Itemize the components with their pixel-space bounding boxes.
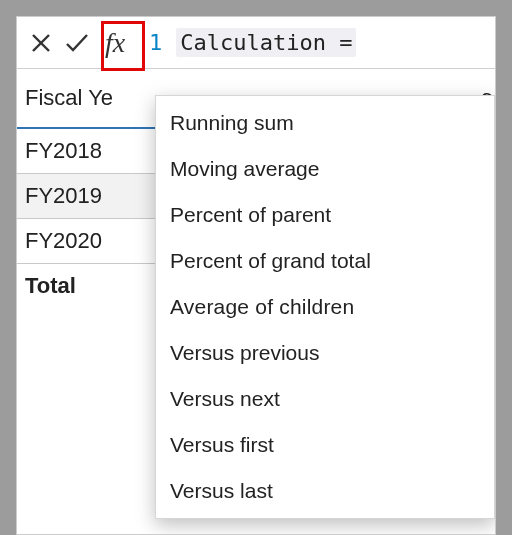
calculation-template-menu: Running sum Moving average Percent of pa…	[155, 95, 495, 519]
menu-item-versus-last[interactable]: Versus last	[156, 468, 494, 514]
cell-fiscal-year: FY2019	[17, 183, 154, 209]
cancel-button[interactable]	[23, 21, 59, 65]
visual-panel: fx 1 Calculation = Fiscal Ye o FY2018 8 …	[16, 16, 496, 535]
formula-bar: fx 1 Calculation =	[17, 17, 495, 69]
fx-icon: fx	[105, 27, 125, 59]
accept-button[interactable]	[59, 21, 95, 65]
cell-fiscal-year: FY2018	[17, 138, 154, 164]
cell-total-label: Total	[17, 273, 154, 299]
menu-item-average-of-children[interactable]: Average of children	[156, 284, 494, 330]
menu-item-running-sum[interactable]: Running sum	[156, 100, 494, 146]
menu-item-versus-previous[interactable]: Versus previous	[156, 330, 494, 376]
menu-item-percent-of-parent[interactable]: Percent of parent	[156, 192, 494, 238]
menu-item-percent-of-grand-total[interactable]: Percent of grand total	[156, 238, 494, 284]
check-icon	[64, 32, 90, 54]
column-header-fiscal-year[interactable]: Fiscal Ye	[17, 85, 154, 111]
menu-item-moving-average[interactable]: Moving average	[156, 146, 494, 192]
formula-input[interactable]: Calculation =	[176, 28, 356, 57]
close-icon	[30, 32, 52, 54]
fx-button[interactable]: fx	[95, 21, 135, 65]
cell-fiscal-year: FY2020	[17, 228, 154, 254]
formula-line-number: 1	[149, 30, 162, 55]
menu-item-versus-first[interactable]: Versus first	[156, 422, 494, 468]
menu-item-versus-next[interactable]: Versus next	[156, 376, 494, 422]
